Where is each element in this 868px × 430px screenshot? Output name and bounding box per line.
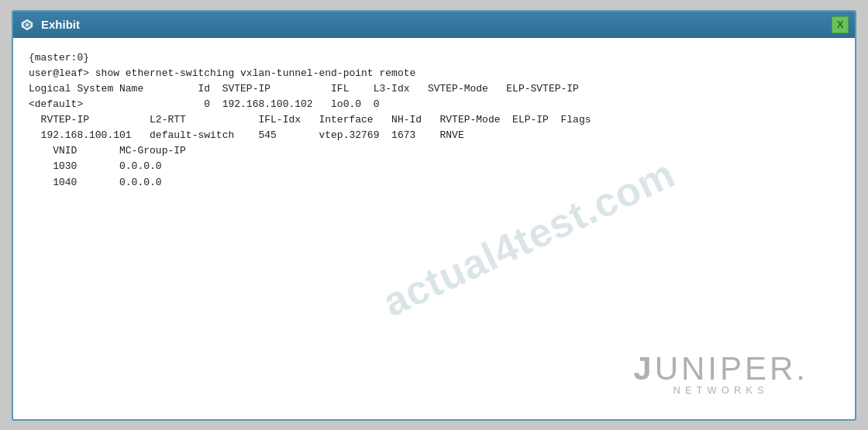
app-icon	[19, 17, 35, 33]
window-title: Exhibit	[41, 18, 832, 31]
juniper-brand-text: JUNIPer.	[633, 350, 808, 387]
close-button[interactable]: X	[832, 16, 849, 33]
juniper-logo: JUNIPer. NETWORKS	[633, 350, 808, 396]
title-bar: Exhibit X	[13, 12, 855, 38]
exhibit-window: Exhibit X {master:0} user@leaf> show eth…	[12, 10, 856, 421]
content-area: {master:0} user@leaf> show ethernet-swit…	[13, 38, 855, 419]
terminal-output: {master:0} user@leaf> show ethernet-swit…	[29, 50, 839, 191]
